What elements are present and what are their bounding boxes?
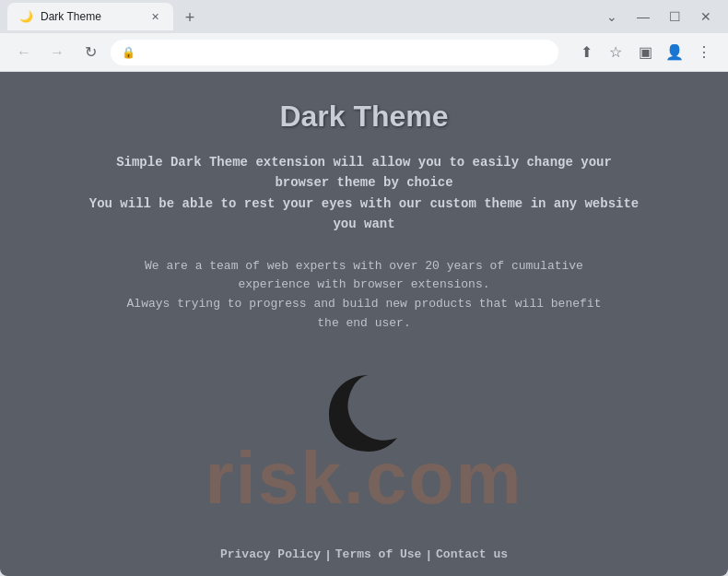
url-bar[interactable]: 🔒 — [111, 40, 558, 65]
toolbar-icons: ⬆ ☆ ▣ 👤 ⋮ — [573, 40, 717, 65]
lock-icon: 🔒 — [122, 46, 135, 59]
tab-close-button[interactable]: ✕ — [147, 9, 162, 24]
page-title: Dark Theme — [279, 100, 448, 134]
window-controls: ⌄ — ☐ ✕ — [597, 2, 721, 31]
active-tab[interactable]: 🌙 Dark Theme ✕ — [7, 3, 173, 30]
moon-icon-container — [318, 361, 410, 453]
description-text: We are a team of web experts with over 2… — [106, 257, 622, 334]
footer-separator-2: | — [427, 547, 430, 561]
footer-separator-1: | — [326, 547, 330, 561]
browser-frame: 🌙 Dark Theme ✕ + ⌄ — ☐ ✕ ← → ↻ 🔒 ⬆ ☆ ▣ 👤… — [0, 0, 728, 576]
share-icon[interactable]: ⬆ — [573, 40, 599, 65]
tab-title: Dark Theme — [41, 10, 140, 23]
close-button[interactable]: ✕ — [691, 2, 721, 31]
tab-favicon: 🌙 — [18, 9, 33, 24]
privacy-policy-link[interactable]: Privacy Policy — [220, 547, 321, 561]
reload-button[interactable]: ↻ — [77, 40, 103, 65]
account-icon[interactable]: 👤 — [662, 40, 687, 65]
tab-bar: 🌙 Dark Theme ✕ + — [7, 3, 597, 30]
hero-text: Simple Dark Theme extension will allow y… — [69, 152, 659, 235]
minimize-button[interactable]: — — [628, 2, 658, 31]
forward-button[interactable]: → — [44, 40, 70, 65]
menu-icon[interactable]: ⋮ — [691, 40, 717, 65]
address-bar: ← → ↻ 🔒 ⬆ ☆ ▣ 👤 ⋮ — [0, 33, 728, 72]
bookmark-icon[interactable]: ☆ — [603, 40, 628, 65]
moon-icon — [318, 361, 410, 453]
title-bar: 🌙 Dark Theme ✕ + ⌄ — ☐ ✕ — [0, 0, 728, 33]
terms-of-use-link[interactable]: Terms of Use — [335, 547, 422, 561]
new-tab-button[interactable]: + — [177, 5, 203, 30]
page-content: risk.com Dark Theme Simple Dark Theme ex… — [0, 72, 728, 576]
maximize-button[interactable]: ☐ — [660, 2, 689, 31]
reader-mode-icon[interactable]: ▣ — [632, 40, 658, 65]
footer: Privacy Policy | Terms of Use | Contact … — [0, 547, 728, 561]
chevron-button[interactable]: ⌄ — [597, 2, 627, 31]
back-button[interactable]: ← — [11, 40, 37, 65]
contact-us-link[interactable]: Contact us — [436, 547, 508, 561]
